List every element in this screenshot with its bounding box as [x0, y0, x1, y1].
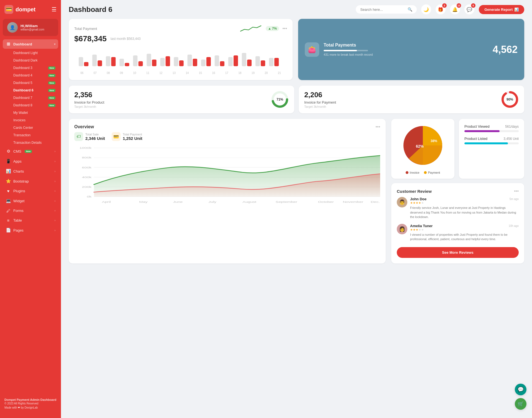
svg-rect-20 — [215, 55, 219, 66]
trend-up-icon: ▲ — [268, 27, 271, 30]
sidebar-item-pages[interactable]: 📄 Pages › — [3, 225, 58, 235]
new-badge: New — [48, 96, 55, 99]
bell-button[interactable]: 🔔 12 — [450, 4, 460, 14]
cart-float-button[interactable]: 🛒 — [515, 398, 526, 410]
submenu-label: Dashboard 7 — [13, 96, 32, 100]
sidebar-item-forms[interactable]: 🖊 Forms › — [3, 206, 58, 215]
svg-rect-4 — [106, 56, 110, 66]
support-icon: 💬 — [518, 386, 524, 393]
trend-badge: ▲ 7% — [266, 26, 279, 31]
sidebar-item-bootstrap[interactable]: ⭐ Bootstrap › — [3, 176, 58, 186]
invoice-product-card: 2,356 Invoice for Product Target 3k/mont… — [69, 86, 294, 113]
main-area: Dashboard 6 🔍 🌙 🎁 2 🔔 12 💬 5 Gen — [61, 0, 532, 418]
total-payment-icon: 💳 — [112, 132, 121, 141]
sidebar-item-table[interactable]: ≡ Table › — [3, 216, 58, 225]
submenu-label: Dashboard 4 — [13, 73, 32, 77]
chevron-right-icon: › — [55, 170, 55, 173]
sidebar-submenu-item-dashboard-8[interactable]: Dashboard 8 New — [11, 102, 58, 109]
support-float-button[interactable]: 💬 — [515, 384, 526, 395]
sidebar-submenu-item-dashboard-7[interactable]: Dashboard 7 New — [11, 94, 58, 101]
line-chart-svg: 1000k 800k 600k 400k 200k 0k — [74, 145, 380, 206]
sidebar-submenu-item-transaction[interactable]: Transaction — [11, 132, 58, 139]
total-payments-blue-card: 👛 Total Payments 431 more to break last … — [298, 19, 524, 80]
review-stars-2: ★★★★★ — [410, 228, 519, 232]
gift-button[interactable]: 🎁 2 — [436, 4, 446, 14]
moon-button[interactable]: 🌙 — [421, 4, 431, 14]
amount-row: $678,345 last month $563,443 — [74, 34, 287, 43]
review-title: Customer Review — [397, 189, 432, 194]
page-title: Dashboard 6 — [69, 5, 112, 14]
chart-label: 10 — [128, 71, 141, 75]
sidebar-submenu-item-cards-center[interactable]: Cards Center — [11, 124, 58, 131]
sidebar-submenu-item-dashboard-6[interactable]: Dashboard 6 New — [11, 87, 58, 94]
pie-chart-svg: 62% 38% — [401, 123, 445, 168]
sidebar-item-plugins[interactable]: ♥ Plugins › — [3, 186, 58, 196]
card-dots[interactable]: ••• — [282, 26, 287, 31]
invoice-payment-num: 2,206 — [304, 91, 336, 99]
plugins-icon: ♥ — [6, 189, 11, 193]
sidebar-submenu-item-dashboard-dark[interactable]: Dashboard Dark — [11, 57, 58, 64]
sidebar-item-pages-left: 📄 Pages — [6, 228, 24, 233]
svg-text:November: November — [343, 200, 363, 203]
forms-icon: 🖊 — [6, 208, 11, 213]
product-viewed-row: Product Viewed 561/days — [464, 124, 519, 129]
overview-dots[interactable]: ••• — [375, 124, 380, 129]
overview-legend: 🏷 Total Sale 2,346 Unit 💳 Total Payment … — [74, 132, 380, 141]
svg-rect-29 — [274, 58, 279, 66]
sidebar-submenu-item-my-wallet[interactable]: My Wallet — [11, 109, 58, 116]
submenu-label: Dashboard 5 — [13, 81, 32, 85]
new-badge: New — [48, 66, 55, 70]
svg-text:600k: 600k — [82, 166, 92, 169]
submenu-label: Dashboard 6 — [13, 88, 34, 92]
sidebar-nav: ⊞ Dashboard ▾ Dashboard Light Dashboard … — [0, 39, 61, 235]
chat-button[interactable]: 💬 5 — [464, 4, 474, 14]
sidebar-item-widget[interactable]: 💻 Widget › — [3, 196, 58, 206]
review-dots[interactable]: ••• — [514, 189, 519, 194]
submenu-label: Transaction Details — [13, 141, 42, 145]
legend-total-sale: 🏷 Total Sale 2,346 Unit — [74, 132, 105, 141]
generate-report-button[interactable]: Generate Report 📊 — [479, 5, 524, 14]
line-chart-container: 1000k 800k 600k 400k 200k 0k — [74, 145, 380, 206]
submenu-label: Dashboard Light — [13, 51, 38, 55]
right-column: 62% 38% Invoice Payment — [391, 119, 524, 263]
review-stars-1: ★★★★★ — [410, 201, 519, 205]
svg-text:38%: 38% — [431, 139, 437, 143]
sidebar-submenu-item-dashboard-5[interactable]: Dashboard 5 New — [11, 79, 58, 86]
bootstrap-icon: ⭐ — [6, 179, 11, 184]
review-text-2: I viewed a number of properties with Jus… — [410, 232, 519, 242]
sidebar-item-charts[interactable]: 📊 Charts › — [3, 166, 58, 176]
svg-text:1000k: 1000k — [80, 146, 92, 149]
sidebar-user: 👤 Hi,William william@gmail.com — [3, 19, 58, 36]
review-item-1: 👨 John Doe 5m ago ★★★★★ Friendly service… — [397, 197, 519, 219]
total-sale-info: Total Sale 2,346 Unit — [85, 133, 105, 141]
search-input[interactable] — [360, 7, 405, 12]
review-item-2: 👩 Amelia Tuner 10h ago ★★★★★ I viewed a … — [397, 224, 519, 242]
sidebar-item-dashboard[interactable]: ⊞ Dashboard ▾ — [3, 39, 58, 49]
new-badge: New — [48, 81, 55, 84]
sidebar-submenu-item-transaction-details[interactable]: Transaction Details — [11, 139, 58, 146]
total-sale-icon: 🏷 — [74, 132, 83, 141]
sidebar-item-apps[interactable]: 📱 Apps › — [3, 157, 58, 166]
wallet-icon: 👛 — [305, 42, 319, 57]
svg-rect-22 — [228, 57, 233, 66]
stat-card-left: 2,356 Invoice for Product Target 3k/mont… — [74, 91, 104, 108]
donut-label: 71% — [277, 98, 283, 101]
header: Dashboard 6 🔍 🌙 🎁 2 🔔 12 💬 5 Gen — [61, 0, 532, 19]
legend-total-payment: 💳 Total Payment 1,252 Unit — [112, 132, 142, 141]
hamburger-icon[interactable]: ☰ — [52, 6, 57, 13]
product-viewed-val: 561/days — [505, 125, 519, 129]
sidebar-submenu-item-invoices[interactable]: Invoices — [11, 117, 58, 124]
svg-text:62%: 62% — [416, 144, 424, 148]
see-more-reviews-button[interactable]: See More Reviews — [397, 247, 519, 258]
invoice-product-donut: 71% — [271, 91, 289, 108]
sidebar-submenu-item-dashboard-light[interactable]: Dashboard Light — [11, 49, 58, 57]
blue-card-title: Total Payments — [324, 43, 373, 48]
widget-icon: 💻 — [6, 198, 11, 203]
bar-chart-svg — [74, 45, 287, 70]
sidebar-item-cms[interactable]: ⚙ CMS New › — [3, 147, 58, 156]
sidebar-footer: Dompet Payment Admin Dashboard © 2023 Al… — [0, 395, 61, 412]
sidebar-submenu-item-dashboard-4[interactable]: Dashboard 4 New — [11, 72, 58, 79]
sidebar-item-bootstrap-label: Bootstrap — [13, 179, 29, 183]
sidebar-submenu-item-dashboard-3[interactable]: Dashboard 3 New — [11, 64, 58, 71]
bell-icon: 🔔 — [452, 7, 458, 12]
